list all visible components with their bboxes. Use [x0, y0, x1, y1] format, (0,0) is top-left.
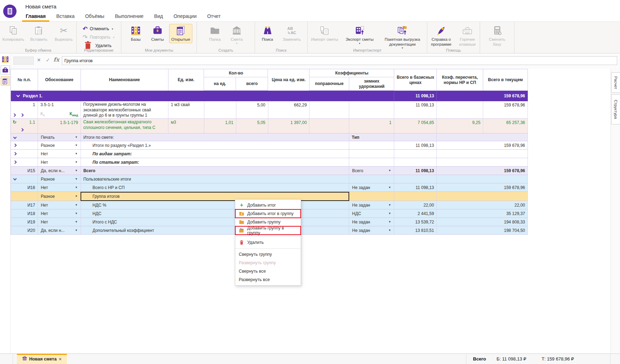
menu-tab-5[interactable]: Вид	[149, 11, 168, 22]
summary-name-cell[interactable]: Итоги по смете:	[81, 134, 349, 141]
menu-item-plain[interactable]: Свернуть все	[235, 267, 301, 275]
type-cell[interactable]	[349, 192, 394, 201]
total-current-cell[interactable]	[437, 192, 528, 201]
summary-number-cell[interactable]	[11, 141, 38, 149]
expander-expand-icon[interactable]	[13, 113, 16, 117]
summary-row[interactable]: Разное▼Итоги по разделу «Раздел 1.»11 09…	[11, 141, 528, 150]
total-base-cell[interactable]	[394, 192, 437, 201]
type-cell[interactable]: Не задан▼	[349, 183, 394, 191]
menu-item-plain[interactable]: Развернуть все	[235, 275, 301, 284]
mini-bases-icon[interactable]	[1, 54, 10, 64]
justification-dropdown[interactable]: Печать▼	[38, 134, 81, 141]
menu-tab-2[interactable]: Вставка	[51, 11, 80, 22]
expander-expand-icon[interactable]	[13, 152, 17, 156]
total-base-cell[interactable]: 11 098,13	[394, 91, 437, 101]
summary-name-cell[interactable]: НДС %	[81, 201, 349, 209]
expander-expand-icon[interactable]	[20, 128, 24, 132]
coef-winter-cell[interactable]: 1	[349, 119, 394, 133]
summary-number-cell[interactable]	[11, 150, 38, 158]
btn-сметы-button[interactable]: Сметы	[147, 24, 168, 43]
menu-tab-3[interactable]: Объёмы	[80, 11, 110, 22]
menu-tab-1[interactable]: Главная	[20, 11, 51, 22]
summary-row[interactable]: Нет▼По статьям затрат:	[11, 158, 528, 167]
total-current-cell[interactable]	[437, 134, 528, 141]
qty-per-unit-cell[interactable]: 1,01	[204, 119, 236, 133]
btn-поиск-button[interactable]: Поиск	[258, 24, 277, 43]
justification-dropdown[interactable]: Нет▼	[38, 183, 81, 191]
total-base-cell[interactable]	[394, 158, 437, 166]
menu-item-plus[interactable]: +Добавить итог	[235, 201, 301, 209]
total-current-cell[interactable]: 65 257,36	[483, 119, 528, 133]
summary-row[interactable]: Разное▼Пользовательские итоги	[11, 175, 528, 183]
total-current-cell[interactable]	[437, 150, 528, 158]
cell-reference-box[interactable]	[13, 57, 34, 65]
justification-dropdown[interactable]: Да, если н...▼	[38, 226, 81, 234]
menu-item-folder-plus[interactable]: Добавить итог в группу	[235, 209, 301, 218]
total-current-cell[interactable]: 194 808,33	[437, 218, 528, 226]
expander-expand-icon[interactable]	[13, 144, 17, 147]
total-current-cell[interactable]: 159 678,96	[437, 141, 528, 149]
justification-dropdown[interactable]: Разное▼	[38, 141, 81, 149]
menu-tab-4[interactable]: Выполнение	[110, 11, 149, 22]
summary-name-cell[interactable]: Итоги по разделу «Раздел 1.»	[81, 141, 349, 149]
menu-item-folder[interactable]: Добавить группу	[235, 218, 301, 226]
summary-number-cell[interactable]	[11, 192, 38, 201]
total-current-cell[interactable]: 159 678,96	[483, 101, 528, 118]
btn-экспорт-сметы-button[interactable]: Экспорт сметы▼	[342, 24, 377, 46]
justification-dropdown[interactable]: Разное▼	[38, 175, 81, 183]
summary-number-cell[interactable]: И15	[11, 167, 38, 175]
price-cell[interactable]: 662,29	[268, 101, 310, 118]
expander-collapse-icon[interactable]	[13, 136, 17, 139]
cancel-icon[interactable]: ×	[37, 57, 40, 63]
total-current-cell[interactable]: 22,00	[437, 201, 528, 209]
justification-dropdown[interactable]: Нет▼	[38, 158, 81, 166]
btn-отменить-button[interactable]: ↶Отменить▼	[83, 25, 115, 32]
total-base-cell[interactable]: 22,00	[394, 201, 437, 209]
justification-dropdown[interactable]: Нет▼	[38, 218, 81, 226]
close-tab-icon[interactable]: ×	[59, 356, 62, 362]
formula-input[interactable]	[62, 56, 617, 65]
summary-row[interactable]: Печать▼Итоги по смете:Тип	[11, 134, 528, 141]
total-base-cell[interactable]: 2 441,59	[394, 209, 437, 217]
chevron-down-icon[interactable]: ▼	[111, 28, 114, 30]
justification-dropdown[interactable]: Нет▼	[38, 201, 81, 209]
fx-icon[interactable]: fx	[53, 56, 59, 63]
type-cell[interactable]	[349, 141, 394, 149]
type-cell[interactable]	[349, 158, 394, 166]
summary-number-cell[interactable]: И17	[11, 201, 38, 209]
justification-dropdown[interactable]: Да, если н...▼	[38, 167, 81, 175]
total-base-cell[interactable]	[394, 150, 437, 158]
total-base-cell[interactable]: 13 539,72	[394, 218, 437, 226]
section-row[interactable]: Раздел 1.11 098,13159 678,96	[11, 91, 528, 101]
coef-recalc-cell[interactable]: 9,25	[437, 119, 483, 133]
side-tab-calculation[interactable]: Расчет	[611, 72, 620, 93]
type-cell[interactable]: Не задан▼	[349, 218, 394, 226]
document-tab[interactable]: Новая смета ×	[17, 354, 67, 364]
total-current-cell[interactable]	[437, 158, 528, 166]
position-name-cell[interactable]: Погружение дизель-молотом на экскаваторе…	[81, 101, 168, 118]
summary-number-cell[interactable]	[11, 134, 38, 141]
summary-number-cell[interactable]	[11, 158, 38, 166]
expander-expand-icon[interactable]	[20, 113, 24, 117]
menu-item-folder-group[interactable]: Добавить группу в группу	[235, 226, 301, 235]
total-current-cell[interactable]: 159 678,96	[437, 167, 528, 175]
total-current-cell[interactable]: 35 129,37	[437, 209, 528, 217]
summary-name-cell[interactable]: Дополнительный коэффициент	[81, 226, 349, 234]
summary-number-cell[interactable]: И20	[11, 226, 38, 234]
collapse-section-icon[interactable]	[17, 94, 20, 97]
unit-cell[interactable]: 1 м3 свай	[168, 101, 204, 118]
btn-справка-о-программе-button[interactable]: Справка о программе	[428, 24, 454, 48]
estimate-item-row[interactable]: 13.5-1-1КпКиндПогружение дизель-молотом …	[11, 101, 528, 119]
total-base-cell[interactable]: 11 098,13	[394, 141, 437, 149]
justification-dropdown[interactable]: Нет▼	[38, 150, 81, 158]
btn-базы-button[interactable]: Базы	[126, 24, 146, 43]
qty-per-unit-cell[interactable]	[204, 101, 236, 118]
price-cell[interactable]: 1 397,00	[268, 119, 310, 133]
total-current-cell[interactable]: 159 678,96	[437, 91, 528, 101]
total-base-cell[interactable]: 7 054,85	[394, 119, 437, 133]
summary-name-cell[interactable]: По статьям затрат:	[81, 158, 349, 166]
summary-number-cell[interactable]: И16	[11, 183, 38, 191]
qty-total-cell[interactable]: 5,05	[236, 119, 268, 133]
position-name-cell[interactable]: Свая железобетонная квадратного сплошног…	[81, 119, 168, 133]
total-base-cell[interactable]	[394, 134, 437, 141]
